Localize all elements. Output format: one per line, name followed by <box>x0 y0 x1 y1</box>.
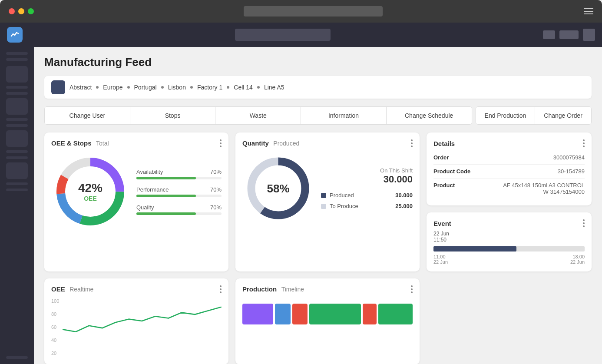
event-timeline-bar-fill <box>433 246 516 251</box>
event-card-title: Event <box>433 220 451 227</box>
oee-card-menu[interactable] <box>220 139 222 147</box>
end-production-button[interactable]: End Production <box>476 107 536 124</box>
availability-label: Availability <box>136 169 163 175</box>
performance-label: Performance <box>136 186 169 193</box>
production-menu[interactable] <box>411 285 413 293</box>
traffic-lights <box>9 8 34 14</box>
window-title-bar <box>244 6 383 17</box>
window-chrome <box>0 0 602 23</box>
sidebar-item-1[interactable] <box>6 66 28 83</box>
sidebar-item-4[interactable] <box>6 162 28 179</box>
breadcrumb-dot-4 <box>190 86 193 89</box>
sidebar-bar-9 <box>6 182 28 185</box>
change-schedule-button[interactable]: Change Schedule <box>387 107 472 124</box>
app-bar-menu-icon[interactable] <box>559 30 579 39</box>
sidebar-item-2[interactable] <box>6 98 28 115</box>
quantity-percentage: 58% <box>267 182 289 195</box>
quantity-card: Quantity Produced <box>235 132 420 271</box>
event-card-menu[interactable] <box>583 219 585 227</box>
sidebar-item-3[interactable] <box>6 130 28 147</box>
breadcrumb-item-europe: Europe <box>103 84 122 91</box>
breadcrumb-item-cell: Cell 14 <box>234 84 253 91</box>
details-row-product: Product AF 45x148 150ml A3 CONTROL W 314… <box>433 179 585 199</box>
produced-label: Produced <box>330 192 392 199</box>
details-val-product: AF 45x148 150ml A3 CONTROL W 31475154000 <box>498 182 585 195</box>
change-order-button[interactable]: Change Order <box>535 107 591 124</box>
information-button[interactable]: Information <box>301 107 387 124</box>
sidebar-bar-3 <box>6 86 28 89</box>
to-produce-dot <box>321 204 326 209</box>
change-user-button[interactable]: Change User <box>45 107 130 124</box>
traffic-light-yellow[interactable] <box>18 8 24 14</box>
app-bar-grid-icon[interactable] <box>543 30 555 39</box>
details-card-title: Details <box>433 140 455 147</box>
breadcrumb-item-abstract: Abstract <box>69 84 92 91</box>
sidebar-bar-8 <box>6 156 28 159</box>
event-datetime: 22 Jun 11:50 <box>433 231 585 243</box>
oee-percentage: 42% <box>78 181 103 195</box>
sidebar-bar-4 <box>6 92 28 95</box>
traffic-light-green[interactable] <box>28 8 34 14</box>
event-card: Event 22 Jun 11:50 <box>427 212 592 271</box>
event-end-time: 18:00 <box>570 254 585 259</box>
app-bar-settings-icon[interactable] <box>583 29 595 41</box>
to-produce-value: 25.000 <box>395 203 413 209</box>
app-logo[interactable] <box>7 27 23 43</box>
oee-card-title: OEE & Stops <box>51 139 92 147</box>
breadcrumb-dot-1 <box>96 86 99 89</box>
hamburger-icon[interactable] <box>584 8 593 14</box>
y-label-100: 100 <box>51 298 59 304</box>
quantity-card-title: Quantity <box>242 139 269 147</box>
prod-block-1 <box>242 304 273 324</box>
app-bar <box>0 23 602 47</box>
event-timeline-bar-track <box>433 246 585 251</box>
details-row-product-code: Product Code 30-154789 <box>433 165 585 179</box>
production-title: Production <box>242 285 277 293</box>
app-bar-search[interactable] <box>235 29 331 41</box>
quantity-card-subtitle: Produced <box>273 140 299 147</box>
oee-card: OEE & Stops Total <box>44 132 228 271</box>
waste-button[interactable]: Waste <box>215 107 301 124</box>
stops-button[interactable]: Stops <box>130 107 216 124</box>
y-label-20: 20 <box>51 351 59 356</box>
quantity-card-menu[interactable] <box>411 139 413 147</box>
sidebar-bar-2 <box>6 58 28 61</box>
breadcrumb-dot-5 <box>227 86 229 89</box>
sidebar-bar-5 <box>6 118 28 121</box>
oee-card-subtitle: Total <box>96 140 109 147</box>
quality-value: 70% <box>210 204 222 211</box>
y-label-80: 80 <box>51 311 59 317</box>
y-label-40: 40 <box>51 338 59 343</box>
sidebar-bottom-bar <box>6 356 28 359</box>
details-key-product-code: Product Code <box>433 168 470 175</box>
breadcrumb-item-lisbon: Lisbon <box>168 84 186 91</box>
event-start-date: 22 Jun <box>433 259 448 265</box>
details-card-menu[interactable] <box>583 139 585 147</box>
sidebar <box>0 47 34 364</box>
shift-label: On This Shift <box>321 167 413 174</box>
prod-block-3 <box>292 304 308 324</box>
details-key-order: Order <box>433 154 449 161</box>
availability-value: 70% <box>210 169 222 175</box>
event-end-date: 22 Jun <box>570 259 585 265</box>
details-row-order: Order 3000075984 <box>433 151 585 165</box>
action-right-group: End Production Change Order <box>476 106 592 125</box>
prod-block-5 <box>363 304 377 324</box>
breadcrumb: Abstract Europe Portugal Lisbon Factory … <box>44 76 592 99</box>
to-produce-label: To Produce <box>330 203 392 209</box>
oee-realtime-title: OEE <box>51 285 65 293</box>
details-card: Details Order 3000075984 Product Code <box>427 132 592 205</box>
details-key-product: Product <box>433 182 455 195</box>
prod-block-4 <box>309 304 361 324</box>
oee-realtime-menu[interactable] <box>220 285 222 293</box>
oee-label: OEE <box>78 195 103 202</box>
produced-dot <box>321 193 326 198</box>
breadcrumb-toggle[interactable] <box>51 80 65 94</box>
page-title: Manufacturing Feed <box>44 56 592 69</box>
breadcrumb-dot-2 <box>127 86 130 89</box>
sidebar-bar-7 <box>6 150 28 153</box>
details-val-order: 3000075984 <box>553 154 585 161</box>
prod-block-2 <box>275 304 291 324</box>
traffic-light-red[interactable] <box>9 8 15 14</box>
production-timeline-blocks <box>242 304 413 324</box>
